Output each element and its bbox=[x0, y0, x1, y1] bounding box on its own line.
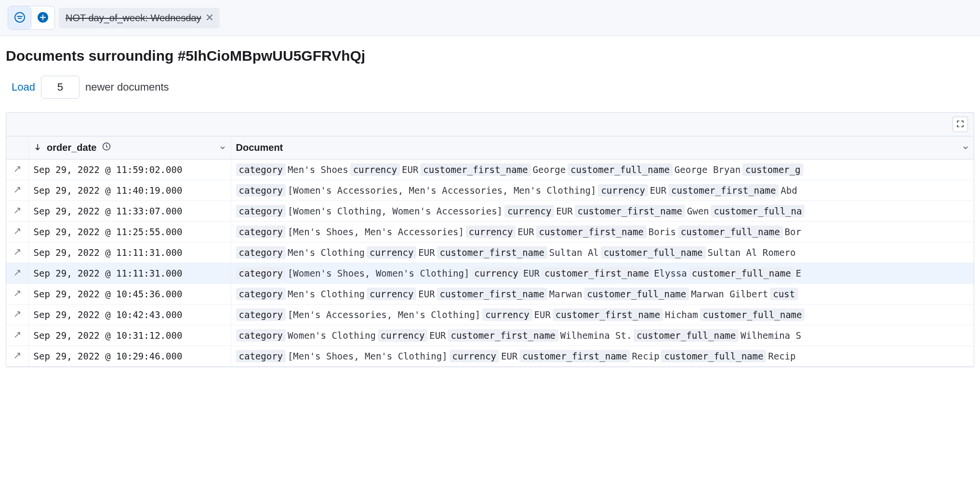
expand-cell[interactable] bbox=[6, 305, 28, 325]
field-value: George Bryan bbox=[675, 164, 741, 175]
field-value: Men's Clothing bbox=[288, 289, 365, 299]
field-key: customer_first_name bbox=[420, 163, 530, 176]
field-key: customer_first_name bbox=[575, 205, 685, 217]
document-cell: category Men's Clothing currency EUR cus… bbox=[231, 242, 974, 263]
load-count-input[interactable] bbox=[41, 76, 79, 99]
field-value: Recip bbox=[632, 351, 659, 361]
expand-icon bbox=[13, 331, 21, 339]
field-value: Men's Clothing bbox=[288, 247, 365, 258]
page-content: Documents surrounding #5IhCioMBpwUU5GFRV… bbox=[0, 36, 980, 371]
field-value: Elyssa bbox=[654, 268, 687, 279]
field-key: category bbox=[236, 329, 286, 342]
field-value: [Men's Accessories, Men's Clothing] bbox=[288, 309, 480, 320]
field-key: currency bbox=[482, 308, 532, 321]
expand-cell[interactable] bbox=[6, 242, 28, 263]
field-value: EUR bbox=[523, 268, 540, 279]
documents-table-container: order_date bbox=[6, 112, 974, 367]
field-value: EUR bbox=[650, 185, 666, 196]
field-value: Marwan bbox=[549, 289, 583, 299]
table-row[interactable]: Sep 29, 2022 @ 11:40:19.000category [Wom… bbox=[6, 180, 974, 201]
field-key: currency bbox=[504, 205, 555, 217]
field-value: Gwen bbox=[687, 206, 709, 216]
expand-cell[interactable] bbox=[6, 325, 28, 346]
expand-icon bbox=[13, 290, 21, 297]
field-key: customer_first_name bbox=[437, 288, 547, 300]
field-value: Men's Shoes bbox=[288, 164, 348, 175]
load-link[interactable]: Load bbox=[12, 81, 35, 93]
filter-chip[interactable]: NOT day_of_week: Wednesday bbox=[59, 8, 220, 28]
document-column-header[interactable]: Document bbox=[231, 136, 974, 160]
table-row[interactable]: Sep 29, 2022 @ 11:11:31.000category [Wom… bbox=[6, 263, 974, 284]
field-value: EUR bbox=[501, 351, 517, 361]
document-cell: category [Women's Clothing, Women's Acce… bbox=[231, 201, 974, 222]
expand-cell[interactable] bbox=[6, 346, 28, 367]
fullscreen-icon bbox=[956, 120, 964, 129]
documents-table: order_date bbox=[6, 136, 974, 367]
table-row[interactable]: Sep 29, 2022 @ 11:11:31.000category Men'… bbox=[6, 242, 974, 263]
add-filter-button[interactable] bbox=[31, 6, 54, 29]
filter-icon bbox=[14, 12, 26, 25]
expand-cell[interactable] bbox=[6, 263, 28, 284]
expand-cell[interactable] bbox=[6, 160, 28, 180]
load-newer-row: Load newer documents bbox=[6, 76, 974, 99]
filter-bar: NOT day_of_week: Wednesday bbox=[0, 0, 980, 36]
field-key: customer_full_name bbox=[634, 329, 739, 342]
svg-point-0 bbox=[15, 13, 25, 22]
order-date-cell: Sep 29, 2022 @ 10:45:36.000 bbox=[28, 284, 231, 305]
field-key: category bbox=[236, 350, 286, 362]
load-suffix-text: newer documents bbox=[85, 81, 169, 93]
field-value: Wilhemina S bbox=[741, 330, 801, 341]
column-menu-icon[interactable] bbox=[962, 142, 969, 153]
field-key: category bbox=[236, 308, 286, 321]
field-value: George bbox=[533, 164, 566, 175]
clock-icon bbox=[102, 142, 111, 151]
field-value: Hicham bbox=[665, 309, 698, 320]
order-date-cell: Sep 29, 2022 @ 11:33:07.000 bbox=[28, 201, 231, 222]
field-key: customer_first_name bbox=[542, 267, 652, 279]
expand-icon bbox=[13, 310, 21, 318]
field-key: currency bbox=[450, 350, 500, 362]
expand-cell[interactable] bbox=[6, 201, 28, 222]
field-key: category bbox=[236, 205, 286, 217]
field-key: customer_first_name bbox=[536, 226, 646, 238]
expand-icon bbox=[13, 186, 21, 194]
field-value: EUR bbox=[517, 226, 534, 237]
document-cell: category Men's Shoes currency EUR custom… bbox=[231, 160, 974, 180]
expand-icon bbox=[13, 269, 21, 277]
field-key: customer_first_name bbox=[668, 184, 779, 197]
field-value: EUR bbox=[402, 164, 418, 175]
field-key: currency bbox=[378, 329, 428, 342]
order-date-column-header[interactable]: order_date bbox=[28, 136, 231, 160]
field-key: category bbox=[236, 226, 286, 238]
fullscreen-button[interactable] bbox=[953, 117, 968, 132]
field-value: EUR bbox=[534, 309, 551, 320]
table-row[interactable]: Sep 29, 2022 @ 11:33:07.000category [Wom… bbox=[6, 201, 974, 222]
expand-cell[interactable] bbox=[6, 284, 28, 305]
field-value: E bbox=[795, 268, 801, 279]
column-menu-icon[interactable] bbox=[219, 142, 226, 153]
field-key: category bbox=[236, 267, 286, 279]
field-value: Boris bbox=[649, 226, 676, 237]
table-row[interactable]: Sep 29, 2022 @ 10:31:12.000category Wome… bbox=[6, 325, 974, 346]
field-value: EUR bbox=[418, 289, 435, 299]
expand-cell[interactable] bbox=[6, 180, 28, 201]
sort-desc-icon bbox=[34, 143, 41, 151]
field-key: customer_full_name bbox=[568, 163, 673, 176]
table-row[interactable]: Sep 29, 2022 @ 10:29:46.000category [Men… bbox=[6, 346, 974, 367]
close-icon[interactable] bbox=[206, 14, 213, 22]
filter-chip-text: NOT day_of_week: Wednesday bbox=[66, 13, 201, 24]
field-value: [Women's Accessories, Men's Accessories,… bbox=[288, 185, 596, 196]
order-date-cell: Sep 29, 2022 @ 10:31:12.000 bbox=[28, 325, 231, 346]
table-row[interactable]: Sep 29, 2022 @ 11:25:55.000category [Men… bbox=[6, 222, 974, 242]
plus-circle-icon bbox=[37, 12, 49, 25]
table-row[interactable]: Sep 29, 2022 @ 11:59:02.000category Men'… bbox=[6, 160, 974, 180]
field-key: customer_full_name bbox=[689, 267, 794, 279]
table-row[interactable]: Sep 29, 2022 @ 10:45:36.000category Men'… bbox=[6, 284, 974, 305]
document-cell: category Men's Clothing currency EUR cus… bbox=[231, 284, 974, 305]
order-date-cell: Sep 29, 2022 @ 10:42:43.000 bbox=[28, 305, 231, 325]
expand-cell[interactable] bbox=[6, 222, 28, 242]
field-key: customer_first_name bbox=[448, 329, 558, 342]
table-row[interactable]: Sep 29, 2022 @ 10:42:43.000category [Men… bbox=[6, 305, 974, 325]
saved-queries-button[interactable] bbox=[8, 6, 31, 29]
field-value: EUR bbox=[556, 206, 572, 216]
